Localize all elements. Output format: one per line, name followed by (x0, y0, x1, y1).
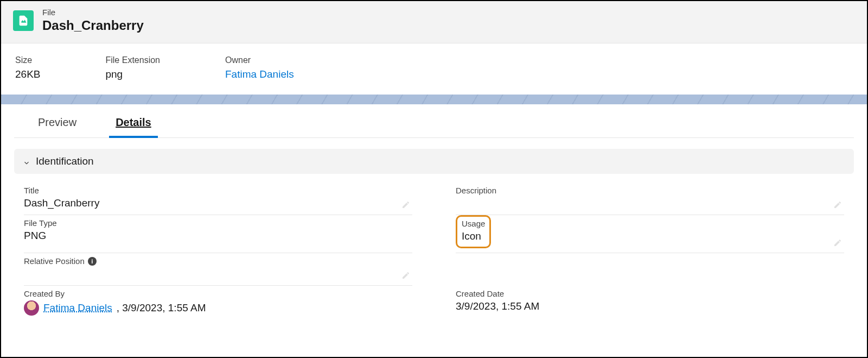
description-label: Description (456, 186, 844, 195)
relative-position-label-text: Relative Position (24, 256, 85, 266)
edit-relative-position-icon[interactable] (401, 271, 410, 280)
file-type-icon (13, 10, 34, 31)
usage-label: Usage (462, 219, 485, 228)
extension-value: png (105, 68, 160, 80)
field-relative-position: Relative Position i (24, 253, 412, 286)
created-date-value: 3/9/2023, 1:55 AM (456, 300, 844, 313)
tab-preview[interactable]: Preview (38, 104, 76, 137)
created-by-user-link[interactable]: Fatima Daniels (43, 302, 112, 314)
created-date-label: Created Date (456, 289, 844, 298)
description-value (456, 197, 844, 210)
created-by-label: Created By (24, 289, 412, 298)
extension-label: File Extension (105, 55, 160, 65)
usage-value: Icon (462, 230, 485, 243)
page-header: File Dash_Cranberry (1, 1, 867, 43)
field-file-type: File Type PNG (24, 215, 412, 253)
file-type-label: File Type (24, 218, 412, 228)
owner-link[interactable]: Fatima Daniels (225, 68, 294, 80)
title-label: Title (24, 186, 412, 195)
field-created-by: Created By Fatima Daniels , 3/9/2023, 1:… (24, 286, 412, 320)
summary-size: Size 26KB (15, 55, 40, 80)
record-type-label: File (42, 8, 144, 17)
created-by-date: , 3/9/2023, 1:55 AM (117, 302, 206, 314)
tab-bar: Preview Details (14, 104, 854, 138)
section-identification: Identification Title Dash_Cranberry Desc… (14, 149, 854, 320)
avatar-icon[interactable] (24, 300, 39, 316)
field-created-date: Created Date 3/9/2023, 1:55 AM (456, 286, 844, 320)
field-empty (456, 253, 844, 286)
title-value: Dash_Cranberry (24, 197, 412, 210)
summary-extension: File Extension png (105, 55, 160, 80)
info-icon[interactable]: i (88, 257, 97, 266)
file-type-value: PNG (24, 230, 412, 243)
field-grid: Title Dash_Cranberry Description File Ty… (14, 174, 854, 320)
section-title: Identification (36, 155, 94, 167)
summary-bar: Size 26KB File Extension png Owner Fatim… (1, 43, 867, 95)
field-title: Title Dash_Cranberry (24, 183, 412, 215)
edit-title-icon[interactable] (401, 200, 410, 209)
owner-label: Owner (225, 55, 294, 65)
tab-details[interactable]: Details (116, 104, 151, 137)
field-usage: Usage Icon (456, 215, 844, 253)
relative-position-label: Relative Position i (24, 256, 412, 266)
section-header-identification[interactable]: Identification (14, 149, 854, 174)
edit-description-icon[interactable] (833, 200, 842, 209)
decorative-strip (1, 95, 867, 104)
relative-position-value (24, 268, 412, 281)
chevron-down-icon (23, 158, 30, 165)
edit-usage-icon[interactable] (833, 238, 842, 247)
file-name-heading: Dash_Cranberry (42, 18, 144, 33)
summary-owner: Owner Fatima Daniels (225, 55, 294, 80)
size-value: 26KB (15, 68, 40, 80)
usage-highlight: Usage Icon (456, 215, 491, 248)
size-label: Size (15, 55, 40, 65)
field-description: Description (456, 183, 844, 215)
